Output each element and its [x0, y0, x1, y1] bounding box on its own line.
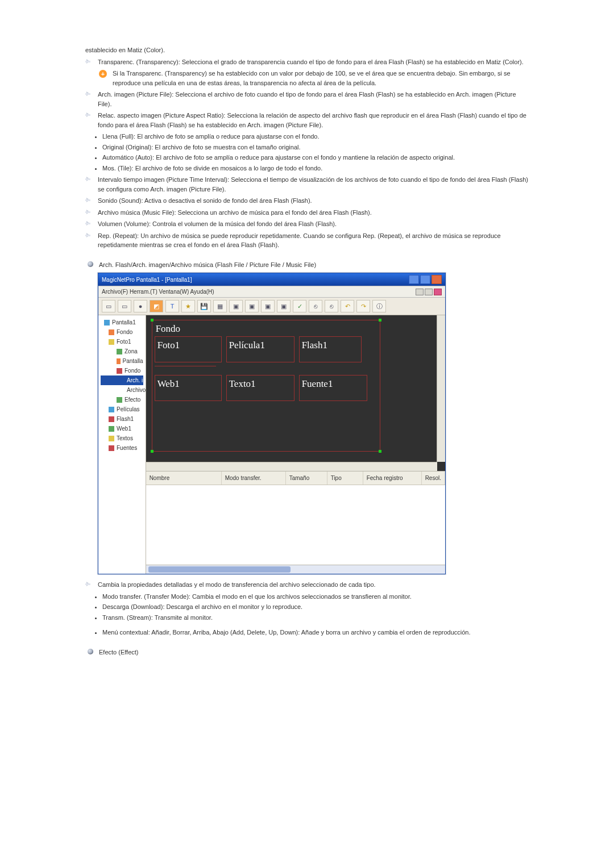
item-time-interval-text: Intervalo tiempo imagen (Picture Time In… — [98, 176, 528, 193]
tree-archivo-musica[interactable]: Archivo música — [101, 385, 143, 395]
tree-arch-imagen-selected[interactable]: Arch. imagen — [101, 375, 143, 385]
scroll-thumb[interactable] — [148, 566, 291, 573]
context-menu-list: Menú contextual: Añadir, Borrar, Arriba,… — [85, 628, 529, 637]
tree-web1[interactable]: Web1 — [101, 424, 143, 433]
maximize-icon[interactable] — [420, 275, 430, 284]
canvas-web1[interactable]: Web1 — [155, 375, 222, 401]
tool-info-icon[interactable]: ⓘ — [372, 300, 386, 312]
tool-save-icon[interactable]: 💾 — [197, 300, 211, 312]
tool-redo-icon[interactable]: ↷ — [356, 300, 370, 312]
handle-icon[interactable] — [379, 450, 381, 453]
tool-orange-icon[interactable]: ◩ — [150, 300, 163, 312]
opt-transfer-mode: Modo transfer. (Transfer Mode): Cambia e… — [102, 592, 529, 602]
tree-fondo2[interactable]: Fondo — [101, 366, 143, 375]
minimize-icon[interactable] — [409, 275, 419, 284]
tool-monitor-icon[interactable]: ▭ — [102, 300, 115, 312]
grid-pane: Nombre Modo transfer. Tamaño Tipo Fecha … — [146, 471, 445, 574]
tool-layer3-icon[interactable]: ▣ — [261, 300, 275, 312]
tree-foto1[interactable]: Foto1 — [101, 337, 143, 347]
grid-scrollbar-horizontal[interactable] — [146, 565, 445, 574]
tool-pic-icon[interactable]: ▦ — [213, 300, 227, 312]
mdi-min-icon[interactable] — [416, 289, 424, 295]
sphere-icon — [88, 649, 93, 654]
tool-layer2-icon[interactable]: ▣ — [245, 300, 259, 312]
col-fecha[interactable]: Fecha registro — [363, 471, 422, 485]
grid-body[interactable] — [146, 485, 445, 574]
canvas-pelicula1[interactable]: Película1 — [226, 336, 294, 362]
handle-icon[interactable] — [151, 450, 154, 453]
tree-pane[interactable]: Pantalla1 Fondo Foto1 Zona Pantalla Fond… — [98, 315, 146, 574]
tool-ok-icon[interactable]: ✓ — [293, 300, 306, 312]
canvas[interactable]: Fondo Foto1 Película1 Flash1 Web1 Texto1… — [146, 315, 445, 471]
menu-text[interactable]: Archivo(F) Herram.(T) Ventana(W) Ayuda(H… — [102, 287, 214, 296]
tree-efecto-label: Efecto — [125, 395, 140, 404]
app-screenshot: MagicNetPro Pantalla1 - [Pantalla1] Arch… — [98, 273, 446, 574]
tree-flash1-label: Flash1 — [117, 415, 134, 423]
tree-zona[interactable]: Zona — [101, 347, 143, 356]
tree-fondo2-label: Fondo — [125, 366, 140, 375]
tool-t-icon[interactable]: T — [165, 300, 179, 312]
page: establecido en Matiz (Color). Transparen… — [0, 0, 614, 774]
root-icon — [104, 320, 110, 326]
divider — [155, 366, 216, 366]
tree-fuentes-label: Fuentes — [117, 444, 137, 452]
item-sound: Sonido (Sound): Activa o desactiva el so… — [85, 196, 529, 206]
scrollbar-vertical[interactable] — [437, 315, 445, 462]
handle-icon[interactable] — [151, 319, 154, 322]
tool-layer1-icon[interactable]: ▣ — [229, 300, 243, 312]
canvas-fondo-box[interactable]: Fondo Foto1 Película1 Flash1 Web1 Texto1… — [152, 320, 380, 452]
canvas-texto1[interactable]: Texto1 — [226, 375, 294, 401]
col-nombre[interactable]: Nombre — [146, 471, 222, 485]
tool-layer4-icon[interactable]: ▣ — [277, 300, 291, 312]
photo-icon — [109, 339, 114, 345]
tool-g1-icon[interactable]: ⎋ — [309, 300, 322, 312]
col-modo[interactable]: Modo transfer. — [222, 471, 286, 485]
canvas-fondo-label: Fondo — [156, 322, 180, 336]
tree-fondo-label: Fondo — [117, 328, 132, 336]
canvas-texto1-label: Texto1 — [229, 378, 256, 389]
tree-fuentes[interactable]: Fuentes — [101, 443, 143, 453]
item-aspect-ratio: Relac. aspecto imagen (Picture Aspect Ra… — [85, 111, 529, 130]
tree-textos[interactable]: Textos — [101, 433, 143, 443]
col-tam[interactable]: Tamaño — [286, 471, 327, 485]
item-sound-text: Sonido (Sound): Activa o desactiva el so… — [98, 197, 312, 204]
col-tipo[interactable]: Tipo — [327, 471, 363, 485]
tool-dot-icon[interactable]: ● — [134, 300, 147, 312]
opt-context-menu: Menú contextual: Añadir, Borrar, Arriba,… — [102, 628, 529, 637]
canvas-flash1-label: Flash1 — [302, 340, 327, 350]
section-effect-head: Efecto (Effect) — [85, 648, 529, 657]
handle-icon[interactable] — [379, 319, 381, 322]
aspect-options-list: Llena (Full): El archivo de foto se ampl… — [85, 132, 529, 173]
zone-icon — [117, 349, 122, 354]
item-music-file: Archivo música (Music File): Selecciona … — [85, 208, 529, 218]
item-repeat-text: Rep. (Repeat): Un archivo de música se p… — [98, 232, 501, 249]
tool-monitor2-icon[interactable]: ▭ — [118, 300, 131, 312]
tree-fondo[interactable]: Fondo — [101, 327, 143, 337]
close-icon[interactable] — [432, 275, 442, 284]
mdi-close-icon[interactable] — [434, 289, 442, 295]
tree-peliculas-label: Películas — [117, 405, 140, 414]
tree-pantalla[interactable]: Pantalla — [101, 356, 143, 366]
tree-root[interactable]: Pantalla1 — [101, 318, 143, 327]
opt-stream: Transm. (Stream): Transmite al monitor. — [102, 613, 529, 623]
tool-star-icon[interactable]: ★ — [181, 300, 195, 312]
tree-peliculas[interactable]: Películas — [101, 404, 143, 414]
canvas-foto1[interactable]: Foto1 — [155, 336, 222, 362]
item-time-interval: Intervalo tiempo imagen (Picture Time In… — [85, 175, 529, 194]
canvas-flash1[interactable]: Flash1 — [299, 336, 362, 362]
mdi-restore-icon[interactable] — [425, 289, 433, 295]
canvas-fuente1[interactable]: Fuente1 — [299, 375, 367, 401]
plus-icon: + — [99, 70, 107, 78]
app-body: Pantalla1 Fondo Foto1 Zona Pantalla Fond… — [98, 315, 445, 574]
tool-undo-icon[interactable]: ↶ — [341, 300, 354, 312]
tree-flash1[interactable]: Flash1 — [101, 414, 143, 424]
tool-g2-icon[interactable]: ⎋ — [325, 300, 338, 312]
transparency-note: + Si la Transparenc. (Transparency) se h… — [98, 69, 529, 87]
col-resol[interactable]: Resol. — [422, 471, 445, 485]
aspect-opt-tile: Mos. (Tile): El archivo de foto se divid… — [102, 164, 529, 173]
tree-root-label: Pantalla1 — [112, 318, 136, 327]
tree-efecto[interactable]: Efecto — [101, 395, 143, 404]
scrollbar-horizontal[interactable] — [146, 462, 437, 471]
section-files-head-text: Arch. Flash/Arch. imagen/Archivo música … — [99, 261, 316, 268]
tree-web1-label: Web1 — [117, 424, 131, 433]
